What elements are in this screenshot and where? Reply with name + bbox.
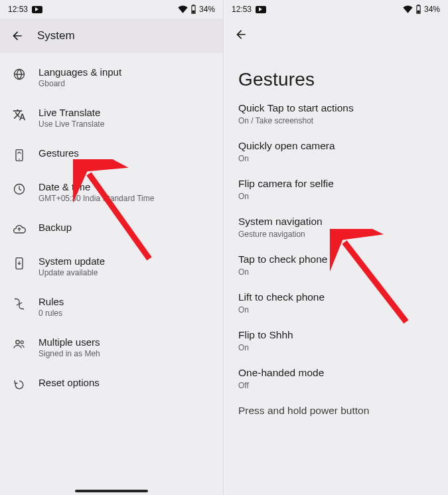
row-title: System update [38,255,105,267]
youtube-icon [256,6,266,13]
gesture-nav-handle[interactable] [75,490,148,492]
row-title: System navigation [238,216,433,228]
svg-rect-9 [417,11,419,13]
row-date-time[interactable]: Date & time GMT+05:30 India Standard Tim… [0,172,223,212]
row-subtitle: Gesture navigation [238,230,433,239]
cloud-upload-icon [12,222,27,237]
row-press-hold-power[interactable]: Press and hold power button [238,405,433,417]
svg-point-7 [21,341,23,344]
reset-icon [12,378,27,392]
row-subtitle: On / Take screenshot [238,116,433,125]
settings-list: Languages & input Gboard Live Translate … [0,53,223,401]
phone-screen-system: 12:53 34% System [0,0,224,495]
row-title: Tap to check phone [238,253,433,265]
row-tap-check-phone[interactable]: Tap to check phone On [238,253,433,277]
row-system-navigation[interactable]: System navigation Gesture navigation [238,216,433,239]
row-subtitle: On [238,305,433,315]
row-title: Quickly open camera [238,140,433,152]
row-gestures[interactable]: Gestures [0,138,223,172]
row-title: One-handed mode [238,367,433,379]
row-reset-options[interactable]: Reset options [0,368,223,401]
row-quickly-open-camera[interactable]: Quickly open camera On [238,140,433,163]
row-subtitle: Update available [38,268,105,277]
row-live-translate[interactable]: Live Translate Use Live Translate [0,98,223,138]
status-clock: 12:53 [232,5,252,14]
row-subtitle: Use Live Translate [38,119,104,129]
row-subtitle: On [238,154,433,163]
row-title: Flip camera for selfie [238,178,433,190]
back-button[interactable] [9,28,25,44]
row-system-update[interactable]: System update Update available [0,246,223,287]
battery-icon [415,5,421,14]
page-title: System [37,29,75,42]
row-subtitle: 0 rules [38,309,64,318]
row-languages-input[interactable]: Languages & input Gboard [0,57,223,98]
row-title: Date & time [38,181,154,192]
row-title: Rules [38,296,64,307]
row-subtitle: On [238,343,433,352]
row-title: Languages & input [38,66,121,78]
svg-rect-0 [192,11,194,13]
row-flip-to-shhh[interactable]: Flip to Shhh On [238,329,433,352]
row-flip-camera-selfie[interactable]: Flip camera for selfie On [238,178,433,201]
row-title: Live Translate [38,107,104,118]
battery-icon [190,5,196,14]
row-title: Reset options [38,377,100,388]
translate-icon [12,107,27,122]
row-subtitle: Signed in as Meh [38,349,100,358]
row-title: Press and hold power button [238,405,433,417]
svg-point-6 [16,340,19,344]
row-backup[interactable]: Backup [0,212,223,246]
gestures-list: Quick Tap to start actions On / Take scr… [224,102,448,417]
arrow-back-icon [11,29,24,42]
row-title: Flip to Shhh [238,329,433,341]
status-bar: 12:53 34% [0,0,223,19]
globe-icon [12,67,27,82]
status-bar: 12:53 34% [224,0,448,19]
row-subtitle: On [238,192,433,201]
wifi-icon [403,5,413,13]
status-battery-pct: 34% [199,5,215,14]
row-multiple-users[interactable]: Multiple users Signed in as Meh [0,327,223,368]
rules-icon [12,297,27,311]
clock-icon [12,182,27,196]
gestures-phone-icon [12,148,27,163]
app-bar [224,19,448,50]
svg-point-3 [19,159,20,160]
app-bar: System [0,19,223,53]
row-rules[interactable]: Rules 0 rules [0,287,223,327]
row-title: Multiple users [38,336,100,348]
row-title: Lift to check phone [238,291,433,303]
row-title: Quick Tap to start actions [238,102,433,114]
system-update-icon [12,256,27,271]
back-button[interactable] [233,27,249,42]
page-title: Gestures [224,50,448,102]
row-subtitle: Off [238,381,433,390]
status-battery-pct: 34% [424,5,440,14]
users-icon [12,337,27,352]
row-quick-tap[interactable]: Quick Tap to start actions On / Take scr… [238,102,433,125]
row-title: Gestures [38,147,79,159]
row-subtitle: Gboard [38,79,121,88]
arrow-back-icon [234,28,248,41]
row-subtitle: On [238,267,433,277]
wifi-icon [178,5,188,13]
row-subtitle: GMT+05:30 India Standard Time [38,194,154,203]
row-one-handed-mode[interactable]: One-handed mode Off [238,367,433,390]
status-clock: 12:53 [8,5,28,14]
row-title: Backup [38,222,72,233]
row-lift-check-phone[interactable]: Lift to check phone On [238,291,433,315]
youtube-icon [32,6,42,13]
phone-screen-gestures: 12:53 34% Gestures Quick Tap to start a [224,0,448,495]
